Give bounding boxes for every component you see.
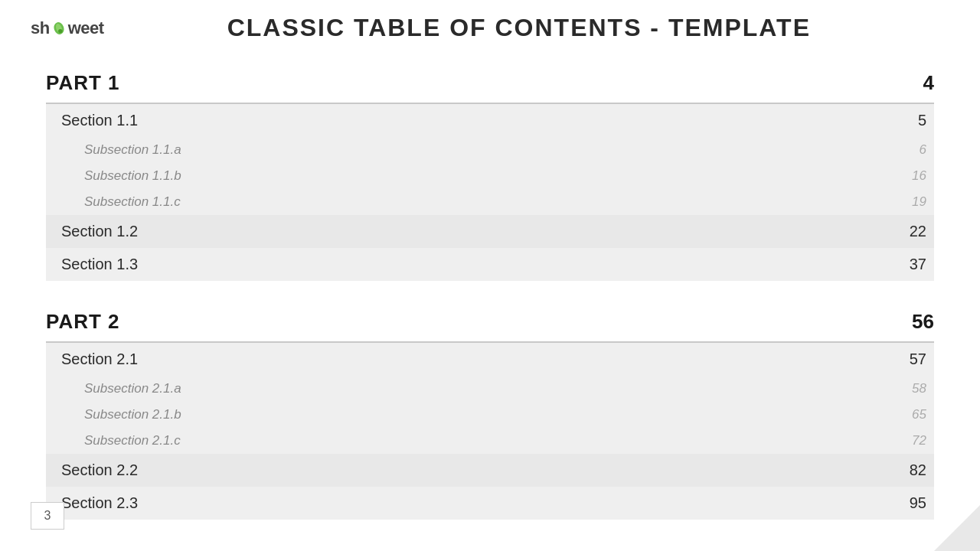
section-label-1-2: Section 1.2 [61, 223, 138, 240]
section-page-2-2: 82 [910, 461, 926, 479]
section-row-1-2: Section 1.222 [46, 215, 934, 248]
part-row-2: PART 256 [46, 304, 934, 343]
logo-text-after: weet [68, 18, 104, 38]
part-page-2: 56 [912, 310, 934, 334]
subsection-page-2-1-3: 72 [912, 433, 926, 448]
section-label-1-1: Section 1.1 [61, 112, 138, 129]
section-label-2-1: Section 2.1 [61, 350, 138, 368]
subsection-label-1-1-2: Subsection 1.1.b [84, 168, 181, 184]
part-block-1: PART 14Section 1.15Subsection 1.1.a6Subs… [46, 65, 934, 281]
section-page-1-2: 22 [910, 223, 926, 240]
subsection-label-2-1-1: Subsection 2.1.a [84, 381, 181, 396]
section-row-1-3: Section 1.337 [46, 248, 934, 281]
subsection-row-1-1-3: Subsection 1.1.c19 [46, 189, 934, 215]
page-title: Classic Table of Contents - Template [104, 14, 934, 42]
section-with-subs-1-1: Section 1.15Subsection 1.1.a6Subsection … [46, 104, 934, 215]
section-with-subs-2-1: Section 2.157Subsection 2.1.a58Subsectio… [46, 343, 934, 454]
svg-point-2 [58, 28, 62, 32]
content-area: PART 14Section 1.15Subsection 1.1.a6Subs… [0, 50, 980, 551]
logo-text-before: sh [31, 18, 50, 38]
section-page-1-3: 37 [910, 256, 926, 273]
part-page-1: 4 [923, 71, 934, 95]
part-row-1: PART 14 [46, 65, 934, 104]
subsection-page-1-1-2: 16 [912, 168, 926, 184]
subsection-row-2-1-1: Subsection 2.1.a58 [46, 376, 934, 402]
page-number: 3 [31, 502, 64, 530]
subsection-row-2-1-2: Subsection 2.1.b65 [46, 402, 934, 428]
logo-leaf-icon [52, 21, 66, 35]
section-page-2-3: 95 [910, 494, 926, 512]
section-header-1-1: Section 1.15 [46, 104, 934, 137]
header: sh weet Classic Table of Contents - Temp… [0, 0, 980, 50]
subsection-page-1-1-1: 6 [920, 142, 926, 158]
section-rows-part-2: Section 2.157Subsection 2.1.a58Subsectio… [46, 343, 934, 520]
subsection-label-1-1-1: Subsection 1.1.a [84, 142, 181, 158]
subsection-page-2-1-2: 65 [912, 407, 926, 422]
section-label-2-2: Section 2.2 [61, 461, 138, 479]
logo: sh weet [31, 18, 104, 38]
section-label-2-3: Section 2.3 [61, 494, 138, 512]
section-page-2-1: 57 [910, 350, 926, 368]
subsection-row-1-1-2: Subsection 1.1.b16 [46, 163, 934, 189]
section-page-1-1: 5 [918, 112, 926, 129]
subsection-label-1-1-3: Subsection 1.1.c [84, 194, 181, 210]
subsection-row-1-1-1: Subsection 1.1.a6 [46, 137, 934, 163]
part-label-2: PART 2 [46, 310, 120, 334]
part-block-2: PART 256Section 2.157Subsection 2.1.a58S… [46, 304, 934, 520]
section-row-2-2: Section 2.282 [46, 454, 934, 487]
section-label-1-3: Section 1.3 [61, 256, 138, 273]
subsection-label-2-1-2: Subsection 2.1.b [84, 407, 181, 422]
subsection-page-2-1-1: 58 [912, 381, 926, 396]
section-header-2-1: Section 2.157 [46, 343, 934, 376]
subsection-page-1-1-3: 19 [912, 194, 926, 210]
section-rows-part-1: Section 1.15Subsection 1.1.a6Subsection … [46, 104, 934, 281]
section-row-2-3: Section 2.395 [46, 487, 934, 520]
subsection-label-2-1-3: Subsection 2.1.c [84, 433, 181, 448]
subsection-row-2-1-3: Subsection 2.1.c72 [46, 428, 934, 454]
part-label-1: PART 1 [46, 71, 120, 95]
